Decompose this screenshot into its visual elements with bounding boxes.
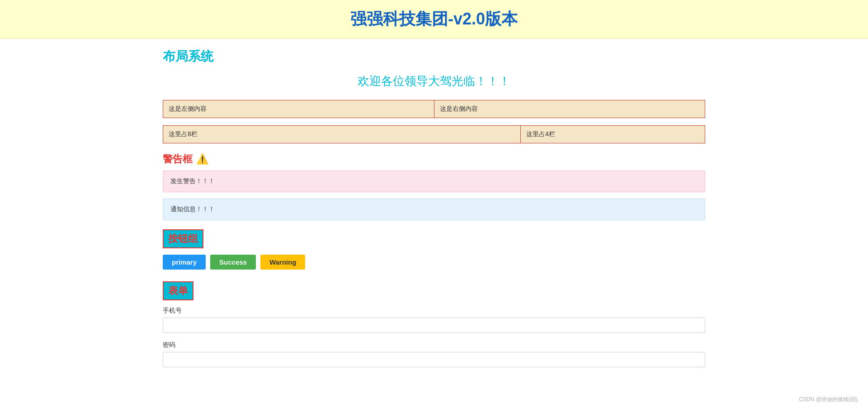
grid-col-right-1: 这是右侧内容: [434, 100, 705, 118]
grid-col-4: 这里占4栏: [521, 126, 705, 143]
grid-col-left-1: 这是左侧内容: [163, 100, 434, 118]
alert-danger-text: 发生警告！！！: [170, 177, 215, 185]
button-group-title: 按钮组: [163, 229, 203, 248]
header-title: 强强科技集团-v2.0版本: [350, 9, 518, 28]
password-input[interactable]: [163, 352, 705, 367]
form-group-phone: 手机号: [163, 307, 705, 333]
password-label: 密码: [163, 341, 705, 349]
grid-row-2: 这里占8栏 这里占4栏: [163, 125, 705, 143]
btn-warning[interactable]: Warning: [260, 255, 305, 270]
warning-icon: ⚠️: [196, 153, 208, 165]
page-container: 布局系统 欢迎各位领导大驾光临！！！ 这是左侧内容 这是右侧内容 这里占8栏 这…: [127, 39, 741, 384]
form-section-title: 表单: [163, 281, 193, 300]
btn-success[interactable]: Success: [210, 255, 256, 270]
btn-group: primary Success Warning: [163, 255, 705, 270]
warning-box-title: 警告框 ⚠️: [163, 152, 705, 166]
alert-danger: 发生警告！！！: [163, 171, 705, 192]
phone-input[interactable]: [163, 318, 705, 333]
grid-col-8: 这里占8栏: [163, 126, 521, 143]
warning-box-label: 警告框: [163, 152, 193, 166]
welcome-text: 欢迎各位领导大驾光临！！！: [163, 73, 705, 89]
header-banner: 强强科技集团-v2.0版本: [0, 0, 868, 39]
layout-system-title: 布局系统: [163, 48, 705, 65]
alert-info: 通知信息！！！: [163, 199, 705, 220]
alert-info-text: 通知信息！！！: [170, 205, 215, 213]
phone-label: 手机号: [163, 307, 705, 315]
form-group-password: 密码: [163, 341, 705, 367]
btn-primary[interactable]: primary: [163, 255, 206, 270]
grid-row-1: 这是左侧内容 这是右侧内容: [163, 100, 705, 118]
